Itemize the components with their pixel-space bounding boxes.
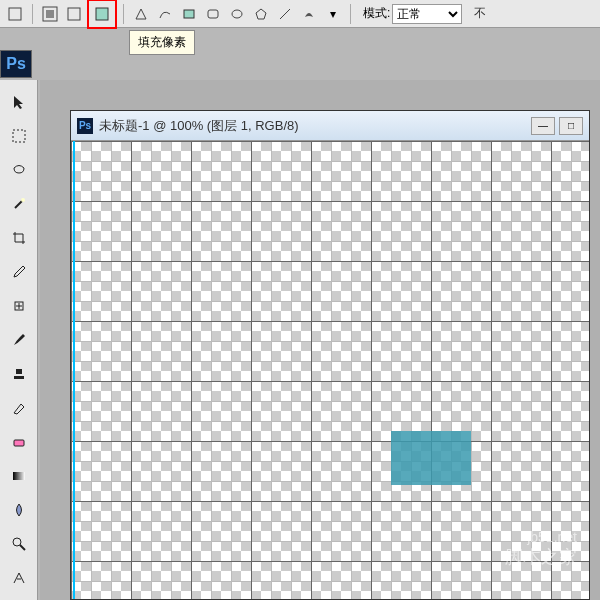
stamp-tool[interactable] [3,358,35,390]
canvas[interactable]: jb51.net 脚本之家 [71,141,589,599]
svg-rect-0 [9,8,21,20]
watermark-url: jb51.net [505,529,577,545]
svg-line-21 [20,545,25,550]
watermark: jb51.net 脚本之家 [505,529,577,569]
rounded-rect-button[interactable] [202,3,224,25]
svg-rect-19 [13,472,25,480]
maximize-button[interactable]: □ [559,117,583,135]
extra-text: 不 [474,5,486,22]
document-titlebar[interactable]: Ps 未标题-1 @ 100% (图层 1, RGB/8) — □ [71,111,589,141]
window-controls: — □ [531,117,583,135]
fill-pixels-button[interactable] [91,3,113,25]
ellipse-button[interactable] [226,3,248,25]
paths-button[interactable] [63,3,85,25]
lasso-tool[interactable] [3,154,35,186]
svg-rect-13 [15,302,23,310]
pen-icon[interactable] [130,3,152,25]
svg-line-11 [15,200,23,208]
document-window: Ps 未标题-1 @ 100% (图层 1, RGB/8) — □ jb51.n… [70,110,590,600]
marquee-tool[interactable] [3,120,35,152]
line-button[interactable] [274,3,296,25]
rectangle-shape-button[interactable] [178,3,200,25]
tooltip: 填充像素 [129,30,195,55]
svg-marker-8 [256,9,266,19]
svg-rect-17 [14,376,24,379]
separator-icon [32,4,33,24]
magic-wand-tool[interactable] [3,188,35,220]
guide-vertical[interactable] [73,141,75,599]
freeform-pen-icon[interactable] [154,3,176,25]
brush-tool[interactable] [3,324,35,356]
separator-icon [123,4,124,24]
shape-layers-button[interactable] [39,3,61,25]
mode-label: 模式: [363,5,390,22]
polygon-button[interactable] [250,3,272,25]
minimize-button[interactable]: — [531,117,555,135]
eyedropper-tool[interactable] [3,256,35,288]
document-icon: Ps [77,118,93,134]
svg-rect-2 [46,10,54,18]
move-tool[interactable] [3,86,35,118]
custom-shape-button[interactable] [298,3,320,25]
shape-options-dropdown[interactable]: ▾ [322,3,344,25]
svg-rect-5 [184,10,194,18]
document-title: 未标题-1 @ 100% (图层 1, RGB/8) [99,117,525,135]
eraser-tool[interactable] [3,426,35,458]
separator-icon [350,4,351,24]
svg-point-7 [232,10,242,18]
fill-pixels-highlight [87,0,117,29]
svg-rect-1 [43,7,57,21]
pen-tool[interactable] [3,562,35,594]
svg-rect-10 [13,130,25,142]
blend-mode-select[interactable]: 正常 [392,4,462,24]
crop-tool[interactable] [3,222,35,254]
options-bar: ▾ 模式: 正常 不 [0,0,600,28]
svg-rect-16 [16,369,22,374]
tool-panel: T [0,80,38,600]
workspace: Ps 未标题-1 @ 100% (图层 1, RGB/8) — □ jb51.n… [40,80,600,600]
svg-point-20 [13,538,21,546]
healing-brush-tool[interactable] [3,290,35,322]
svg-rect-18 [14,440,24,446]
tool-preset-button[interactable] [4,3,26,25]
gradient-tool[interactable] [3,460,35,492]
app-badge: Ps [0,50,32,78]
svg-point-12 [21,198,25,202]
svg-rect-3 [68,8,80,20]
watermark-text: 脚本之家 [505,545,577,569]
blur-tool[interactable] [3,494,35,526]
svg-line-9 [280,9,290,19]
history-brush-tool[interactable] [3,392,35,424]
svg-rect-4 [96,8,108,20]
type-tool[interactable]: T [3,596,35,600]
svg-rect-6 [208,10,218,18]
dodge-tool[interactable] [3,528,35,560]
drawn-rectangle-shape[interactable] [391,431,471,485]
